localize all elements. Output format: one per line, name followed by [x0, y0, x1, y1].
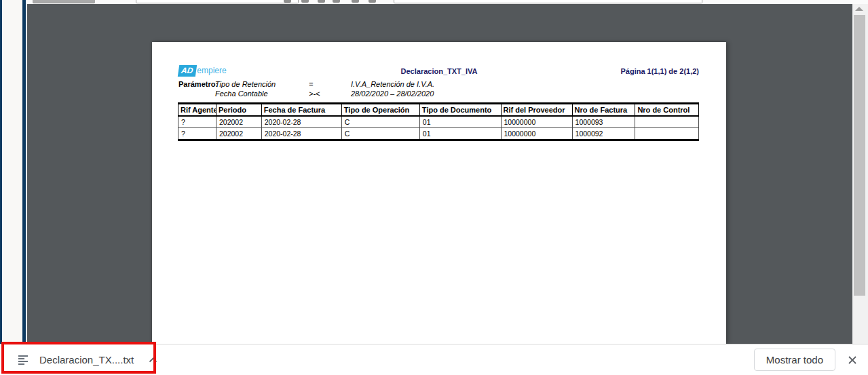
toolbar-icon-remnant: [301, 0, 309, 3]
table-cell: 10000000: [501, 128, 572, 140]
parameter-value: 28/02/2020 – 28/02/2020: [351, 90, 434, 98]
report-page-number: Página 1(1,1) de 2(1,2): [620, 67, 699, 75]
show-all-button[interactable]: Mostrar todo: [754, 349, 835, 371]
table-cell: 1000092: [572, 128, 635, 140]
toolbar-icon-remnant: [333, 0, 340, 3]
table-cell: C: [341, 116, 419, 128]
table-column-header: Nro de Factura: [572, 104, 635, 117]
report-table-body: ?2020022020-02-28C01100000001000093?2020…: [178, 116, 699, 140]
parameter-operator: >-<: [309, 90, 351, 98]
report-table: Rif AgentePeriodoFecha de FacturaTipo de…: [178, 102, 699, 141]
table-cell: 2020-02-28: [261, 128, 341, 140]
table-cell: 202002: [216, 116, 261, 128]
parameter-row: Parámetro: Tipo de Retención = I.V.A_Ret…: [178, 80, 434, 89]
report-table-header: Rif AgentePeriodoFecha de FacturaTipo de…: [178, 104, 699, 117]
table-column-header: Nro de Control: [635, 104, 699, 117]
close-icon[interactable]: [845, 353, 860, 368]
table-cell: 01: [419, 116, 501, 128]
parameter-label: Parámetro:: [178, 80, 215, 89]
table-cell: [635, 128, 699, 140]
sidebar-accent-strip: [0, 0, 2, 344]
toolbar-field-remnant: [136, 0, 299, 3]
downloads-bar: Declaracion_TX....txt Mostrar todo: [0, 344, 868, 375]
table-column-header: Tipo de Documento: [419, 104, 501, 117]
toolbar-icon-remnant: [369, 0, 376, 3]
downloaded-file-name: Declaracion_TX....txt: [39, 354, 134, 366]
table-row: ?2020022020-02-28C01100000001000092: [178, 128, 699, 140]
vertical-scrollbar[interactable]: [852, 4, 868, 344]
text-file-icon: [18, 355, 30, 366]
table-cell: ?: [178, 128, 216, 140]
toolbar-field-remnant: [394, 0, 702, 3]
table-column-header: Rif Agente: [178, 104, 216, 117]
table-cell: 01: [419, 128, 501, 140]
parameter-name: Tipo de Retención: [215, 80, 309, 89]
left-sidebar-edge: [0, 0, 27, 344]
table-cell: 1000093: [572, 116, 635, 128]
table-cell: 10000000: [501, 116, 572, 128]
scrollbar-thumb[interactable]: [854, 15, 865, 296]
table-cell: 202002: [216, 128, 261, 140]
report-page: AD empiere Declaracion_TXT_IVA Página 1(…: [152, 42, 726, 344]
table-row: ?2020022020-02-28C01100000001000093: [178, 116, 699, 128]
toolbar-icon-remnant: [284, 0, 291, 3]
table-column-header: Tipo de Operación: [341, 104, 419, 117]
parameter-row: Fecha Contable >-< 28/02/2020 – 28/02/20…: [178, 90, 434, 98]
chevron-up-icon[interactable]: [149, 357, 157, 363]
table-column-header: Fecha de Factura: [261, 104, 341, 117]
downloads-bar-actions: Mostrar todo: [754, 349, 860, 371]
table-cell: C: [341, 128, 419, 140]
toolbar-icon-remnant: [318, 0, 325, 3]
toolbar-button-remnant: [33, 0, 95, 3]
parameter-operator: =: [309, 80, 351, 89]
scrollbar-up-arrow-icon[interactable]: [855, 7, 863, 11]
table-cell: 2020-02-28: [261, 116, 341, 128]
table-column-header: Rif del Proveedor: [501, 104, 572, 117]
parameter-name: Fecha Contable: [215, 90, 309, 98]
toolbar-icon-remnant: [352, 0, 359, 3]
downloaded-file-chip[interactable]: Declaracion_TX....txt: [18, 354, 157, 366]
table-column-header: Periodo: [216, 104, 261, 117]
table-cell: [635, 116, 699, 128]
table-cell: ?: [178, 116, 216, 128]
parameter-value: I.V.A_Retención de I.V.A.: [351, 80, 434, 89]
